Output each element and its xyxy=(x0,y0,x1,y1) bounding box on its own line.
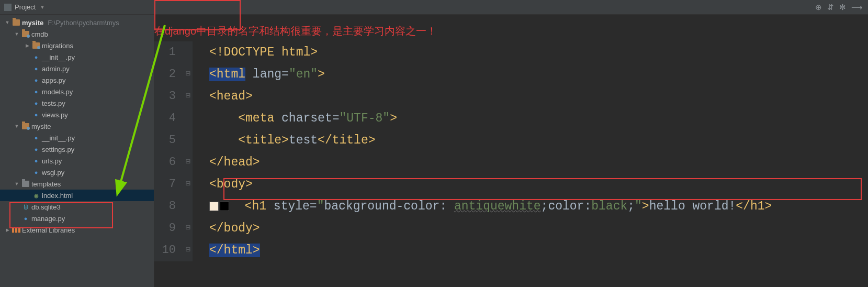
tree-root[interactable]: ▼ mysite F:\Python\pycharm\mys xyxy=(0,17,154,28)
annotation-text: 在django中目录的名字和结构很重要，是主要学习内容之一！ xyxy=(154,15,868,41)
expand-icon[interactable]: ▼ xyxy=(14,31,20,37)
scroll-from-source-icon[interactable]: ⊕ xyxy=(815,3,822,12)
python-file-icon xyxy=(32,53,40,61)
folder-label: migrations xyxy=(42,42,73,50)
python-file-icon xyxy=(32,76,40,84)
project-sidebar: ▼ mysite F:\Python\pycharm\mys ▼ cmdb ▶ … xyxy=(0,15,154,287)
tree-folder-cmdb[interactable]: ▼ cmdb xyxy=(0,28,154,40)
tree-folder-templates[interactable]: ▼ templates xyxy=(0,178,154,190)
python-file-icon xyxy=(22,215,29,222)
expand-icon[interactable]: ▶ xyxy=(4,227,10,233)
project-panel-label: Project xyxy=(15,3,36,11)
code-area: 12345678910 ⊟⊟⊟⊟⊟⊟ <!DOCTYPE html> <html… xyxy=(154,41,868,261)
tree-folder-migrations[interactable]: ▶ migrations xyxy=(0,40,154,51)
tree-file-db[interactable]: 🛢 db.sqlite3 xyxy=(0,201,154,213)
gear-icon[interactable]: ✼ xyxy=(839,3,846,12)
line-number-gutter: 12345678910 xyxy=(154,41,183,261)
collapse-all-icon[interactable]: ⇵ xyxy=(827,3,834,12)
top-toolbar: Project ▼ ⊕ ⇵ ✼ ⟶ xyxy=(0,0,868,15)
tree-file[interactable]: wsgi.py xyxy=(0,167,154,178)
project-panel-icon xyxy=(4,4,12,11)
tree-file[interactable]: tests.py xyxy=(0,97,154,109)
tree-folder-mysite[interactable]: ▼ mysite xyxy=(0,120,154,132)
tree-file[interactable]: urls.py xyxy=(0,155,154,167)
tree-file[interactable]: views.py xyxy=(0,109,154,120)
database-icon: 🛢 xyxy=(22,203,29,211)
tree-file[interactable]: apps.py xyxy=(0,74,154,86)
hide-panel-icon[interactable]: ⟶ xyxy=(851,3,863,12)
python-file-icon xyxy=(32,134,40,141)
project-root-name: mysite xyxy=(22,19,43,27)
expand-icon[interactable]: ▼ xyxy=(14,181,20,186)
color-swatch-antiquewhite xyxy=(209,202,219,211)
tree-file[interactable]: settings.py xyxy=(0,144,154,155)
package-icon xyxy=(22,31,29,37)
package-icon xyxy=(22,123,29,129)
code-content[interactable]: <!DOCTYPE html> <html lang="en"> <head> … xyxy=(193,41,868,261)
expand-icon[interactable]: ▼ xyxy=(4,20,10,25)
color-swatch-black xyxy=(220,202,229,211)
tree-file[interactable]: __init__.py xyxy=(0,132,154,144)
folder-icon xyxy=(22,181,29,187)
python-file-icon xyxy=(32,100,40,107)
folder-label: mysite xyxy=(31,123,51,130)
python-file-icon xyxy=(32,88,40,95)
project-panel-header[interactable]: Project ▼ xyxy=(0,0,68,14)
python-file-icon xyxy=(32,65,40,72)
tree-file-manage[interactable]: manage.py xyxy=(0,213,154,224)
expand-icon[interactable]: ▼ xyxy=(14,124,20,129)
code-editor[interactable]: ◉ index.html × ◉ views.py × 在django中目录的名… xyxy=(154,15,868,287)
folder-label: templates xyxy=(31,180,61,188)
project-root-path: F:\Python\pycharm\mys xyxy=(48,19,119,27)
python-file-icon xyxy=(32,111,40,118)
project-panel-toolbar: ⊕ ⇵ ✼ ⟶ xyxy=(815,0,868,14)
package-icon xyxy=(32,42,40,49)
html-file-icon: ◉ xyxy=(32,192,40,199)
python-file-icon xyxy=(32,169,40,176)
tree-file[interactable]: admin.py xyxy=(0,63,154,74)
chevron-down-icon: ▼ xyxy=(40,5,44,10)
fold-gutter[interactable]: ⊟⊟⊟⊟⊟⊟ xyxy=(183,41,193,261)
library-icon: ▮▮▮ xyxy=(13,226,20,234)
tree-external-libraries[interactable]: ▶ ▮▮▮ External Libraries xyxy=(0,224,154,236)
expand-icon[interactable]: ▶ xyxy=(24,43,30,48)
tree-file[interactable]: __init__.py xyxy=(0,51,154,63)
folder-label: cmdb xyxy=(31,30,48,38)
python-file-icon xyxy=(32,157,40,164)
tree-file-index-html[interactable]: ◉ index.html xyxy=(0,190,154,201)
tree-file[interactable]: models.py xyxy=(0,86,154,97)
python-file-icon xyxy=(32,146,40,153)
folder-icon xyxy=(13,19,20,26)
